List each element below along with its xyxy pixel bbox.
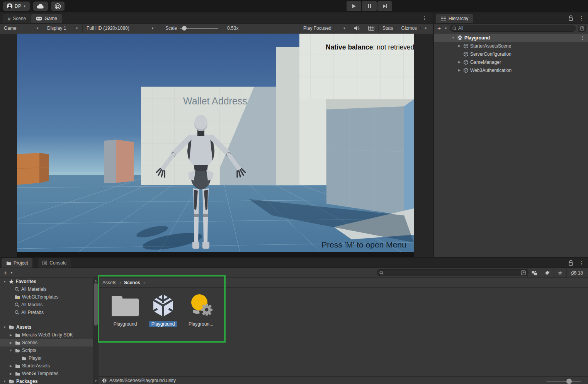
hierarchy-item[interactable]: ServerConfiguration xyxy=(434,50,588,58)
mute-audio-button[interactable] xyxy=(350,24,364,33)
thumbnail-size-knob[interactable] xyxy=(566,379,572,384)
expand-arrow-icon[interactable]: ▶ xyxy=(8,364,13,368)
hierarchy-kebab-icon[interactable]: ⋮ xyxy=(579,15,584,21)
game-menu-kebab[interactable]: ⋮ xyxy=(422,15,427,21)
grid-icon xyxy=(368,26,374,31)
tree-item[interactable]: All Materials xyxy=(0,285,93,293)
interior-shadow-wall xyxy=(326,106,404,215)
tree-scrollbar[interactable]: ▲ ▼ xyxy=(93,278,99,384)
gameobject-cube-icon xyxy=(463,60,469,65)
collapse-arrow-icon[interactable]: ▼ xyxy=(2,280,7,283)
collapse-arrow-icon[interactable]: ▼ xyxy=(2,380,7,383)
tree-item-label: StarterAssets xyxy=(22,363,50,369)
hierarchy-item[interactable]: ▶ StarterAssetsScene xyxy=(434,42,588,50)
popout-icon[interactable] xyxy=(521,270,526,275)
scroll-down-icon[interactable]: ▼ xyxy=(93,379,99,383)
play-focused-dropdown[interactable]: Play Focused▼ xyxy=(299,24,350,33)
tree-assets-root[interactable]: ▼ Assets xyxy=(0,323,93,331)
stats-button[interactable]: Stats xyxy=(379,24,397,33)
tree-item[interactable]: ▶ Moralis Web3 Unity SDK xyxy=(0,331,93,339)
project-search-input[interactable] xyxy=(385,270,519,275)
filter-by-label-button[interactable] xyxy=(541,268,554,278)
breadcrumb-scenes[interactable]: Scenes xyxy=(124,280,140,285)
gizmos-dropdown[interactable]: Gizmos▼ xyxy=(397,24,433,33)
create-asset-button[interactable]: ＋ xyxy=(2,269,8,276)
create-dropdown-caret[interactable]: ▼ xyxy=(10,271,13,275)
hierarchy-item[interactable]: ▶ Web3Authentication xyxy=(434,66,588,74)
tree-item-label: All Models xyxy=(21,302,42,307)
main-toolbar: DP ▼ xyxy=(0,0,588,12)
pause-button[interactable] xyxy=(362,1,377,11)
hidden-packages-toggle[interactable]: 18 xyxy=(566,268,586,278)
tab-project[interactable]: Project xyxy=(2,258,32,268)
game-viewport: Wallet Address xyxy=(0,34,433,257)
vsync-grid-button[interactable] xyxy=(364,24,379,33)
tree-item[interactable]: ▶ WebGLTemplates xyxy=(0,370,93,377)
scale-slider[interactable] xyxy=(180,28,218,29)
expand-arrow-icon[interactable]: ▶ xyxy=(457,68,462,72)
lock-icon[interactable] xyxy=(568,260,573,266)
project-tree: ▼ ★ Favorites All Materials ★ WebGLTempl… xyxy=(0,278,93,384)
folder-star-icon: ★ xyxy=(15,295,20,299)
thumbnail-size-slider[interactable] xyxy=(546,381,581,382)
sky-gap xyxy=(404,99,414,215)
add-gameobject-button[interactable]: ＋ xyxy=(436,25,442,32)
tab-scene[interactable]: # Scene xyxy=(3,14,31,23)
folder-open-icon xyxy=(9,379,14,384)
cloud-button[interactable] xyxy=(33,2,48,11)
folder-icon xyxy=(110,293,140,318)
expand-arrow-icon[interactable]: ▶ xyxy=(8,372,13,375)
tree-item-label: WebGLTemplates xyxy=(22,294,58,300)
expand-arrow-icon[interactable]: ▶ xyxy=(457,60,462,64)
expand-arrow-icon[interactable]: ▶ xyxy=(457,44,462,48)
game-view-dropdown[interactable]: Game▼ xyxy=(0,24,43,33)
play-button[interactable] xyxy=(347,1,361,11)
scroll-up-icon[interactable]: ▲ xyxy=(93,279,99,282)
display-dropdown[interactable]: Display 1▼ xyxy=(43,24,83,33)
asset-tile-lighting[interactable]: Playgroun... xyxy=(183,293,219,327)
favorites-filter-button[interactable]: ★ xyxy=(554,268,566,278)
scene-kebab-icon[interactable]: ⋮ xyxy=(580,35,585,41)
collapse-arrow-icon[interactable]: ▼ xyxy=(8,349,13,352)
hierarchy-item-label: StarterAssetsScene xyxy=(470,43,511,49)
scale-slider-knob[interactable] xyxy=(182,26,187,31)
project-search-field[interactable] xyxy=(377,269,529,276)
tab-console[interactable]: Console xyxy=(38,258,71,268)
selected-asset-path: Assets/Scenes/Playground.unity xyxy=(109,378,176,383)
tree-item[interactable]: All Models xyxy=(0,301,93,309)
hierarchy-item-playground[interactable]: ▼ Playground ⋮ xyxy=(434,34,588,42)
tab-hierarchy[interactable]: Hierarchy xyxy=(436,14,473,23)
lock-icon[interactable] xyxy=(568,15,573,21)
step-button[interactable] xyxy=(377,1,392,11)
tree-item[interactable]: All Prefabs xyxy=(0,309,93,316)
hierarchy-item[interactable]: ▶ GameManager xyxy=(434,58,588,66)
project-kebab-icon[interactable]: ⋮ xyxy=(579,260,584,266)
tree-packages-root[interactable]: ▼ Packages xyxy=(0,377,93,384)
tab-game[interactable]: Game xyxy=(31,14,62,23)
tree-item[interactable]: ▼ Scripts xyxy=(0,346,93,354)
add-dropdown-caret[interactable]: ▼ xyxy=(444,27,447,30)
scrollbar-thumb[interactable] xyxy=(94,283,98,326)
tree-item[interactable]: ★ WebGLTemplates xyxy=(0,293,93,301)
tree-item-scenes[interactable]: ▶ Scenes xyxy=(0,339,93,346)
expand-arrow-icon[interactable]: ▼ xyxy=(451,36,455,39)
breadcrumb-assets[interactable]: Assets xyxy=(102,280,116,285)
tree-favorites[interactable]: ▼ ★ Favorites xyxy=(0,278,93,285)
hierarchy-search-field[interactable]: All xyxy=(450,25,576,32)
asset-tile-scene[interactable]: Playground xyxy=(145,293,181,327)
console-icon xyxy=(42,261,47,265)
expand-arrow-icon[interactable]: ▶ xyxy=(8,341,13,345)
tree-item[interactable]: Player xyxy=(0,354,93,362)
filter-by-type-button[interactable] xyxy=(527,268,541,278)
collapse-arrow-icon[interactable]: ▼ xyxy=(2,326,7,329)
expand-arrow-icon[interactable]: ▶ xyxy=(8,333,13,337)
hierarchy-item-label: Playground xyxy=(464,35,490,41)
open-search-window-button[interactable] xyxy=(578,25,586,32)
search-icon xyxy=(452,26,457,31)
unity-scene-icon xyxy=(151,293,175,318)
account-button[interactable]: DP ▼ xyxy=(3,2,30,11)
resolution-dropdown[interactable]: Full HD (1920x1080)▼ xyxy=(83,24,158,33)
plastic-scm-button[interactable] xyxy=(51,2,65,11)
asset-tile-folder[interactable]: Playground xyxy=(107,293,143,327)
tree-item[interactable]: ▶ StarterAssets xyxy=(0,362,93,370)
